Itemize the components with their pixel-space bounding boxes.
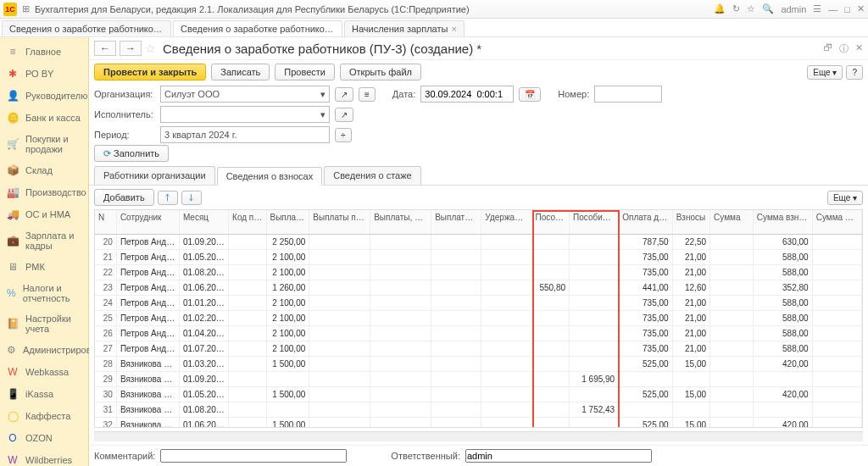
sidebar-item[interactable]: 📱iKassa	[0, 383, 88, 405]
period-stepper-icon[interactable]: ÷	[335, 128, 352, 142]
window-maximize-icon[interactable]: □	[844, 4, 850, 14]
sidebar-item[interactable]: OOZON	[0, 427, 88, 449]
col-benefits[interactable]: Пособия	[531, 210, 569, 234]
exec-open-icon[interactable]: ↗	[335, 108, 353, 122]
sub-tab[interactable]: Работники организации	[94, 166, 215, 185]
window-close-icon[interactable]: ✕	[857, 3, 865, 14]
table-row[interactable]: 26Петров Андрей...01.04.20242 100,00735,…	[95, 325, 862, 341]
table-row[interactable]: 25Петров Андрей...01.02.20242 100,00735,…	[95, 310, 862, 325]
more-actions-button[interactable]: Еще ▾	[807, 65, 843, 80]
grid-menu-icon[interactable]: ⊞	[22, 3, 30, 14]
org-select[interactable]: Силуэт ООО▾	[160, 86, 330, 103]
post-button[interactable]: Провести	[275, 64, 335, 80]
doc-tab[interactable]: Сведения о заработке работников (ПУ-3)×	[2, 20, 171, 36]
col-payments[interactable]: Выплаты	[266, 210, 309, 234]
table-row[interactable]: 23Петров Андрей...01.06.20241 260,00550,…	[95, 280, 862, 295]
sidebar-item[interactable]: WWebkassa	[0, 361, 88, 383]
sidebar-icon: 🚚	[7, 208, 19, 220]
help-button[interactable]: ?	[846, 65, 863, 80]
sidebar-icon: W	[7, 366, 19, 378]
col-vacation-pay[interactable]: Выплаты по отп. с частичн.сохр. з/п	[309, 210, 370, 234]
nav-forward-button[interactable]: →	[120, 41, 142, 56]
search-icon[interactable]: 🔍	[762, 3, 774, 14]
exec-select[interactable]: ▾	[160, 106, 330, 123]
sidebar-item[interactable]: 💼Зарплата и кадры	[0, 225, 88, 256]
col-sum[interactable]: Сумма	[710, 210, 754, 234]
user-label[interactable]: admin	[781, 4, 806, 14]
open-file-button[interactable]: Открыть файл	[340, 64, 421, 80]
sub-tab[interactable]: Сведения о взносах	[217, 167, 323, 186]
table-row[interactable]: 29Вязникова Ири...01.09.20241 695,90	[95, 371, 862, 386]
fill-button[interactable]: ⟳ Заполнить	[94, 145, 169, 162]
close-panel-icon[interactable]: ✕	[855, 42, 863, 55]
sidebar-item[interactable]: 🛒Покупки и продажи	[0, 129, 88, 159]
table-row[interactable]: 31Вязникова Ири...01.08.20241 752,43	[95, 402, 862, 417]
col-employee[interactable]: Сотрудник	[116, 210, 179, 234]
num-input[interactable]	[594, 86, 662, 103]
sidebar-icon: W	[7, 454, 19, 466]
sidebar-item[interactable]: 📔Настройки учета	[0, 308, 88, 339]
doc-tab[interactable]: Сведения о заработке работников (ПУ-3) (…	[173, 20, 342, 36]
table-row[interactable]: 20Петров Андрей...01.09.20242 250,00787,…	[95, 234, 862, 249]
col-downtime-pay[interactable]: Выплаты, начисл. по простоям	[370, 210, 431, 234]
sidebar-item[interactable]: ≡Главное	[0, 41, 88, 63]
sidebar-item[interactable]: WWildberries	[0, 449, 88, 466]
grid-more-button[interactable]: Еще ▾	[827, 191, 863, 205]
col-maternity[interactable]: Пособия по БИР	[570, 210, 619, 234]
sidebar-item[interactable]: 🏭Производство	[0, 181, 88, 203]
col-sum-c[interactable]: Сумма взносо	[812, 210, 861, 234]
col-n[interactable]: N	[95, 210, 116, 234]
popout-icon[interactable]: 🗗	[823, 42, 832, 55]
submit-close-button[interactable]: Провести и закрыть	[94, 64, 206, 80]
nav-back-button[interactable]: ←	[94, 41, 116, 56]
sidebar-item[interactable]: %Налоги и отчетность	[0, 278, 88, 308]
table-row[interactable]: 28Вязникова Ири...01.03.20241 500,00525,…	[95, 356, 862, 371]
history-icon[interactable]: ↻	[732, 3, 740, 14]
period-select[interactable]: 3 квартал 2024 г.	[160, 126, 330, 143]
sidebar-item[interactable]: 👤Руководителю	[0, 85, 88, 107]
sidebar-item[interactable]: 🖥РМК	[0, 256, 88, 278]
data-grid[interactable]: N Сотрудник Месяц Код причины... Выплаты…	[94, 209, 863, 428]
responsible-input[interactable]	[465, 449, 652, 463]
doc-tab[interactable]: Начисления зарплаты×	[344, 20, 465, 36]
table-row[interactable]: 27Петров Андрей...01.07.20242 100,00735,…	[95, 341, 862, 356]
org-open-icon[interactable]: ↗	[335, 87, 353, 102]
bell-icon[interactable]: 🔔	[714, 3, 726, 14]
table-row[interactable]: 24Петров Андрей...01.01.20242 100,00735,…	[95, 295, 862, 310]
sub-tab[interactable]: Сведения о стаже	[324, 166, 421, 185]
table-row[interactable]: 22Петров Андрей...01.08.20242 100,00735,…	[95, 264, 862, 280]
col-reason[interactable]: Код причины...	[229, 210, 266, 234]
sidebar-item[interactable]: 🚚ОС и НМА	[0, 203, 88, 225]
star-icon[interactable]: ☆	[747, 3, 755, 14]
sidebar-item[interactable]: ⚙Администрирование	[0, 339, 88, 361]
col-results-pay[interactable]: Выплаты, по результата...	[431, 210, 481, 234]
date-input[interactable]	[420, 86, 514, 103]
move-down-button[interactable]: 🡓	[181, 191, 202, 205]
move-up-button[interactable]: 🡑	[158, 191, 178, 205]
info-icon[interactable]: ⓘ	[839, 42, 849, 55]
calendar-icon[interactable]: 📅	[519, 87, 541, 102]
col-extra-pay[interactable]: Оплата доп свободного	[619, 210, 672, 234]
col-deductions[interactable]: Удержания по приговору...	[481, 210, 531, 234]
date-label: Дата:	[392, 89, 415, 99]
col-month[interactable]: Месяц	[179, 210, 228, 234]
list-mode-icon[interactable]: ≡	[359, 87, 376, 102]
table-row[interactable]: 32Вязникова Ири...01.06.20241 500,00525,…	[95, 417, 862, 428]
write-button[interactable]: Записать	[211, 64, 270, 80]
tab-close-icon[interactable]: ×	[451, 24, 456, 34]
sidebar-item[interactable]: ◯Каффеста	[0, 405, 88, 427]
hamburger-icon[interactable]: ☰	[813, 3, 821, 14]
favorite-star-icon[interactable]: ☆	[145, 42, 156, 55]
table-row[interactable]: 21Петров Андрей...01.05.20242 100,00735,…	[95, 249, 862, 264]
col-contrib[interactable]: Взносы	[672, 210, 709, 234]
comment-input[interactable]	[160, 449, 347, 463]
add-row-button[interactable]: Добавить	[94, 189, 154, 206]
sidebar-item[interactable]: 📦Склад	[0, 159, 88, 181]
horizontal-scrollbar[interactable]	[94, 431, 863, 441]
window-minimize-icon[interactable]: —	[828, 4, 837, 14]
sidebar-item[interactable]: 🪙Банк и касса	[0, 107, 88, 129]
sidebar-label: Покупки и продажи	[25, 134, 81, 154]
sidebar-item[interactable]: ✱РО BY	[0, 63, 88, 85]
table-row[interactable]: 30Вязникова Ири...01.05.20241 500,00525,…	[95, 386, 862, 402]
col-sum-on[interactable]: Сумма взносов на	[753, 210, 812, 234]
